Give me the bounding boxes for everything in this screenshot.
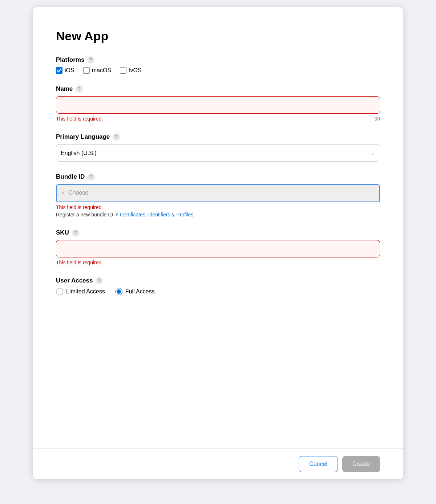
platform-macos-input[interactable] (83, 67, 90, 74)
full-access-label: Full Access (125, 288, 155, 295)
dialog-body: New App Platforms ? iOS macOS tvOS (33, 7, 403, 448)
bundle-id-error-text: This field is required. (56, 204, 380, 210)
primary-language-field-group: Primary Language ? English (U.S.) French… (56, 133, 380, 162)
bundle-id-label: Bundle ID (56, 173, 85, 180)
bundle-id-label-row: Bundle ID ? (56, 173, 380, 180)
platform-tvos-label: tvOS (129, 67, 142, 74)
certificates-link[interactable]: Certificates, Identifiers & Profiles (120, 212, 193, 218)
sku-input-footer: This field is required. (56, 260, 380, 265)
name-char-count: 30 (374, 116, 380, 122)
user-access-field-group: User Access ? Limited Access Full Access (56, 277, 380, 295)
sku-label-row: SKU ? (56, 229, 380, 236)
limited-access-radio-input[interactable] (56, 288, 63, 295)
limited-access-label: Limited Access (66, 288, 105, 295)
sku-help-icon[interactable]: ? (72, 229, 79, 236)
sku-field-group: SKU ? This field is required. (56, 229, 380, 265)
primary-language-select[interactable]: English (U.S.) French Spanish German Jap… (56, 144, 380, 162)
name-error-text: This field is required. (56, 116, 103, 122)
bundle-id-select[interactable]: ✓ Choose (56, 184, 380, 202)
primary-language-help-icon[interactable]: ? (113, 133, 120, 141)
bundle-id-select-wrapper: ✓ Choose (56, 184, 380, 202)
cancel-button[interactable]: Cancel (299, 456, 338, 472)
user-access-label: User Access (56, 277, 93, 284)
primary-language-select-wrapper: English (U.S.) French Spanish German Jap… (56, 144, 380, 162)
user-access-label-row: User Access ? (56, 277, 380, 284)
bundle-id-help-icon[interactable]: ? (88, 173, 95, 180)
bundle-id-placeholder: Choose (68, 190, 88, 196)
name-input-footer: This field is required. 30 (56, 116, 380, 122)
primary-language-label-row: Primary Language ? (56, 133, 380, 141)
user-access-help-icon[interactable]: ? (96, 277, 103, 284)
checkmark-icon: ✓ (61, 190, 65, 196)
platforms-checkboxes: iOS macOS tvOS (56, 67, 380, 74)
bundle-id-field-group: Bundle ID ? ✓ Choose This field is requi… (56, 173, 380, 218)
platform-macos-label: macOS (92, 67, 111, 74)
page-title: New App (56, 29, 380, 43)
platforms-field-group: Platforms ? iOS macOS tvOS (56, 56, 380, 74)
create-button[interactable]: Create (342, 456, 380, 472)
platform-ios-checkbox[interactable]: iOS (56, 67, 74, 74)
sku-input[interactable] (56, 240, 380, 257)
primary-language-label: Primary Language (56, 133, 110, 141)
sku-error-text: This field is required. (56, 260, 103, 265)
full-access-radio-input[interactable] (115, 288, 122, 295)
bundle-register-text: Register a new bundle ID in Certificates… (56, 212, 380, 218)
platforms-label: Platforms (56, 56, 84, 64)
bundle-error-row: This field is required. Register a new b… (56, 204, 380, 218)
user-access-radio-group: Limited Access Full Access (56, 288, 380, 295)
platform-macos-checkbox[interactable]: macOS (83, 67, 111, 74)
dialog-footer: Cancel Create (33, 448, 403, 479)
platforms-help-icon[interactable]: ? (87, 56, 94, 64)
limited-access-radio[interactable]: Limited Access (56, 288, 105, 295)
platform-tvos-checkbox[interactable]: tvOS (120, 67, 142, 74)
platform-ios-input[interactable] (56, 67, 62, 74)
platform-ios-label: iOS (65, 67, 74, 74)
sku-label: SKU (56, 229, 69, 236)
name-input[interactable] (56, 96, 380, 114)
platforms-label-row: Platforms ? (56, 56, 380, 64)
full-access-radio[interactable]: Full Access (115, 288, 155, 295)
name-label: Name (56, 85, 73, 93)
name-label-row: Name ? (56, 85, 380, 93)
name-help-icon[interactable]: ? (76, 85, 83, 93)
platform-tvos-input[interactable] (120, 67, 126, 74)
new-app-dialog: New App Platforms ? iOS macOS tvOS (33, 7, 403, 479)
name-field-group: Name ? This field is required. 30 (56, 85, 380, 122)
